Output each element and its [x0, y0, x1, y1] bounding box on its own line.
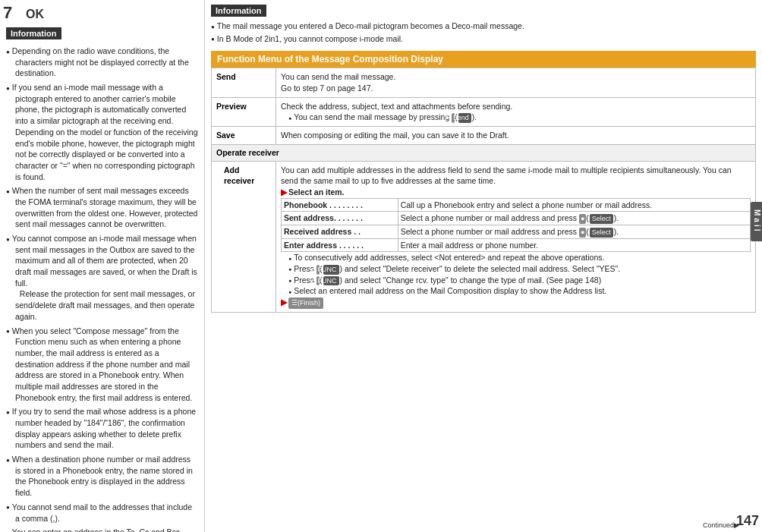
list-item: If you send an i-mode mail message with … [6, 80, 198, 184]
list-item: The mail message you entered a Deco-mail… [211, 20, 756, 33]
list-item: You cannot compose an i-mode mail messag… [6, 231, 198, 324]
func-name-save: Save [212, 127, 276, 145]
sub-table-row: Enter address . . . . . . Enter a mail a… [282, 238, 751, 252]
sub-desc-enter: Enter a mail address or phone number. [398, 238, 750, 252]
list-item: When you select "Compose message" from t… [6, 324, 198, 405]
list-item: When a destination phone number or mail … [6, 452, 198, 500]
send-inline-btn: Send [458, 113, 471, 123]
sub-name-enter: Enter address . . . . . . [282, 238, 398, 252]
table-row: Send You can send the mail message. Go t… [212, 68, 756, 97]
sub-table-row: Sent address. . . . . . . Select a phone… [282, 212, 751, 225]
ok-label: OK [26, 8, 44, 21]
extra-bullet-4: Select an entered mail address on the Ma… [281, 286, 606, 295]
page-number-bottom: 147 [736, 513, 759, 529]
sub-desc-received: Select a phone number or mail address an… [398, 225, 750, 238]
extra-bullet-3: Press ☰(FUNC) and select "Change rcv. ty… [281, 275, 601, 285]
table-row: Preview Check the address, subject, text… [212, 97, 756, 126]
table-row-add-receiver: Add receiver You can add multiple addres… [212, 161, 756, 312]
arrow-right-icon: ▶ [281, 187, 287, 198]
operate-receiver-label: Operate receiver [212, 144, 756, 161]
func-desc-save: When composing or editing the mail, you … [276, 127, 756, 145]
sub-name-received: Received address . . [282, 225, 398, 238]
left-info-box: Information [6, 27, 61, 39]
list-item: In B Mode of 2in1, you cannot compose i-… [211, 33, 756, 46]
func-name-add-receiver: Add receiver [212, 161, 276, 312]
sub-bullet: You can send the mail message by pressin… [281, 112, 477, 121]
list-item: When the number of sent mail messages ex… [6, 184, 198, 231]
page-number-top: 7 [3, 3, 12, 23]
func-desc-preview: Check the address, subject, text and att… [276, 97, 756, 126]
operate-receiver-row: Operate receiver [212, 144, 756, 161]
list-item: You can enter an address in the To, Cc a… [6, 525, 198, 532]
left-panel: 7 OK Information Depending on the radio … [0, 0, 205, 532]
continued-label: Continued▶ [703, 521, 739, 529]
extra-bullet-2: Press ☰(FUNC) and select "Delete receive… [281, 264, 620, 273]
right-bullet-list: The mail message you entered a Deco-mail… [211, 20, 756, 45]
select-btn-sent: ● [579, 214, 586, 224]
sub-desc-phonebook: Call up a Phonebook entry and select a p… [398, 198, 750, 212]
sub-name-sent: Sent address. . . . . . . [282, 212, 398, 225]
func-inline-2: FUNC [323, 276, 339, 286]
func-desc-send: You can send the mail message. Go to ste… [276, 68, 756, 97]
left-bullet-list: Depending on the radio wave conditions, … [6, 44, 198, 532]
func-desc-add-receiver: You can add multiple addresses in the ad… [276, 161, 756, 312]
sub-name-phonebook: Phonebook . . . . . . . . [282, 198, 398, 212]
sub-table: Phonebook . . . . . . . . Call up a Phon… [281, 198, 751, 253]
right-panel: Information The mail message you entered… [205, 0, 762, 532]
sub-table-row: Received address . . Select a phone numb… [282, 225, 751, 238]
function-menu-header: Function Menu of the Message Composition… [211, 51, 756, 68]
select-inline-sent: Select [590, 214, 613, 224]
table-row: Save When composing or editing the mail,… [212, 127, 756, 145]
func-name-send: Send [212, 68, 276, 97]
function-menu-table: Send You can send the mail message. Go t… [211, 68, 756, 312]
arrow-right-icon-2: ▶ [281, 297, 287, 308]
sub-table-row: Phonebook . . . . . . . . Call up a Phon… [282, 198, 751, 212]
func-inline-1: FUNC [323, 265, 339, 275]
select-inline-received: Select [590, 228, 613, 238]
list-item: If you try to send the mail whose addres… [6, 405, 198, 452]
extra-bullet-1: To consecutively add addresses, select <… [281, 253, 604, 262]
right-info-box: Information [211, 5, 266, 17]
finish-button: ☰(Finish) [288, 297, 323, 309]
list-item: Depending on the radio wave conditions, … [6, 44, 198, 80]
func-name-preview: Preview [212, 97, 276, 126]
sub-desc-sent: Select a phone number or mail address an… [398, 212, 750, 225]
list-item: You cannot send mail to the addresses th… [6, 500, 198, 525]
mail-side-tab: Mail [751, 202, 762, 241]
select-btn-received: ● [579, 228, 586, 238]
